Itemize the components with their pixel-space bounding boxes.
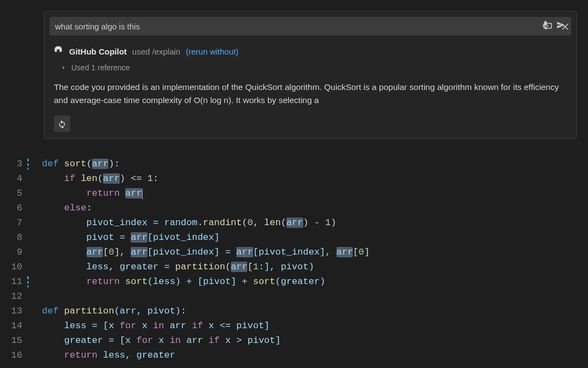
chat-input[interactable]	[55, 22, 537, 31]
copilot-name: GitHub Copilot	[69, 47, 127, 56]
regenerate-button[interactable]	[54, 116, 70, 132]
line-number: 5	[0, 186, 30, 201]
used-command: used /explain	[132, 47, 180, 56]
line-number: 12	[0, 289, 30, 304]
comment-icon[interactable]	[543, 21, 553, 33]
line-number: 6	[0, 201, 30, 215]
panel-actions	[543, 21, 570, 33]
text-cursor	[142, 189, 143, 200]
line-number: 4	[0, 171, 30, 186]
references-toggle[interactable]: Used 1 reference	[44, 60, 577, 77]
copilot-header: GitHub Copilot used /explain (rerun with…	[44, 39, 577, 60]
chat-input-row	[50, 17, 571, 35]
line-number: 14	[0, 318, 30, 333]
line-number: 7	[0, 215, 30, 230]
line-number: 9	[0, 245, 30, 260]
line-number: 11	[0, 274, 30, 289]
copilot-icon	[53, 45, 64, 58]
line-number: 13	[0, 304, 30, 318]
answer-text: The code you provided is an implementati…	[44, 77, 577, 113]
rerun-link[interactable]: (rerun without)	[186, 47, 238, 56]
line-number: 16	[0, 348, 30, 363]
line-number: 3	[0, 156, 30, 171]
line-number: 15	[0, 333, 30, 348]
line-number: 8	[0, 230, 30, 245]
references-label: Used 1 reference	[71, 63, 130, 72]
code-editor[interactable]: 3def sort(arr): 4 if len(arr) <= 1: 5 re…	[0, 156, 588, 368]
copilot-chat-panel: GitHub Copilot used /explain (rerun with…	[44, 11, 577, 139]
line-number: 10	[0, 260, 30, 274]
close-icon[interactable]	[560, 21, 570, 33]
